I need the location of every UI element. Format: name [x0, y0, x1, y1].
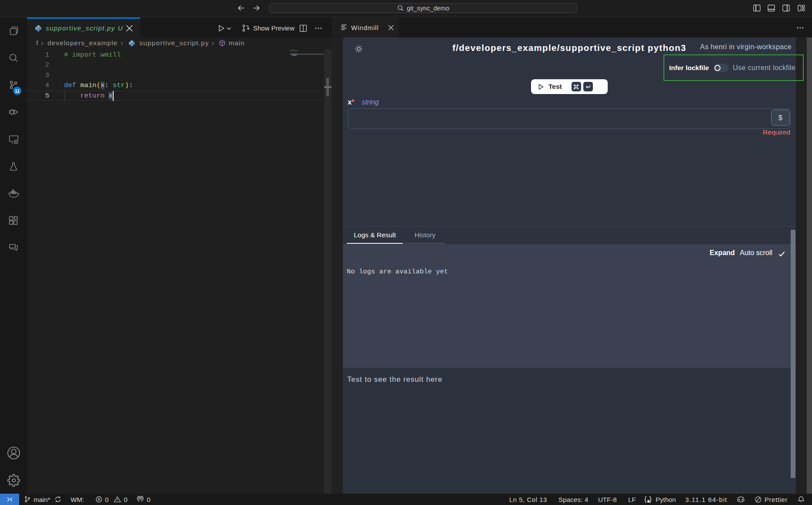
- svg-text:{: {: [644, 495, 647, 503]
